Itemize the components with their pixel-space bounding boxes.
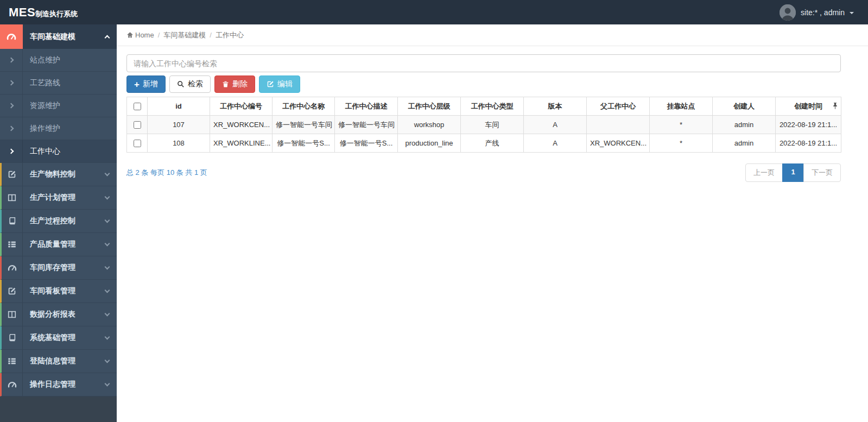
cell-version: A <box>524 134 587 153</box>
delete-button[interactable]: 删除 <box>214 75 255 93</box>
chevron-right-icon <box>0 95 23 117</box>
breadcrumb-separator: / <box>158 31 160 39</box>
logo-sub-text: 制造执行系统 <box>35 9 78 19</box>
add-button[interactable]: + 新增 <box>126 75 166 93</box>
search-button[interactable]: 检索 <box>169 75 211 93</box>
column-header-type[interactable]: 工作中心类型 <box>461 97 524 116</box>
chevron-down-icon <box>104 218 110 223</box>
column-header-created-time[interactable]: 创建时间 <box>776 97 841 116</box>
pencil-icon <box>2 280 23 303</box>
home-icon <box>126 32 134 39</box>
table-row[interactable]: 108 XR_WORKLINE... 修一智能一号S... 修一智能一号S...… <box>127 134 841 153</box>
table-header-row: id 工作中心编号 工作中心名称 工作中心描述 工作中心层级 工作中心类型 版本… <box>127 97 841 116</box>
sidebar-item-operation-log[interactable]: 操作日志管理 <box>0 373 117 396</box>
prev-page-button[interactable]: 上一页 <box>745 163 783 182</box>
pagination: 上一页 1 下一页 <box>745 163 841 182</box>
sidebar-item-inventory-management[interactable]: 车间库存管理 <box>0 256 117 280</box>
row-checkbox[interactable] <box>134 121 141 129</box>
edit-button[interactable]: 编辑 <box>259 75 300 93</box>
column-header-id[interactable]: id <box>148 97 210 116</box>
avatar[interactable] <box>780 4 796 21</box>
sidebar-item-plan-management[interactable]: 生产计划管理 <box>0 186 117 210</box>
column-header-name[interactable]: 工作中心名称 <box>273 97 335 116</box>
table-row[interactable]: 107 XR_WORKCEN... 修一智能一号车间 修一智能一号车间 work… <box>127 116 841 134</box>
chevron-down-icon <box>104 264 110 270</box>
column-header-station[interactable]: 挂靠站点 <box>650 97 713 116</box>
plus-icon: + <box>134 80 140 89</box>
cell-parent: XR_WORKCEN... <box>587 134 650 153</box>
sidebar-item-work-center[interactable]: 工作中心 <box>0 140 117 163</box>
sidebar-item-label: 工艺路线 <box>23 72 117 94</box>
cell-created-time: 2022-08-19 21:1... <box>776 116 841 134</box>
user-label: site:* , admin <box>801 8 845 17</box>
sidebar-item-operation-maintenance[interactable]: 操作维护 <box>0 117 117 140</box>
page-1-button[interactable]: 1 <box>782 163 804 182</box>
book-icon <box>2 326 23 349</box>
chevron-down-icon <box>104 358 110 363</box>
sidebar-item-resource-maintenance[interactable]: 资源维护 <box>0 95 117 117</box>
main-content: Home / 车间基础建模 / 工作中心 + 新增 检索 删除 编辑 <box>117 24 868 422</box>
user-caret-down-icon <box>850 12 854 14</box>
row-select-cell <box>127 134 148 153</box>
chevron-down-icon <box>104 171 110 177</box>
column-header-parent[interactable]: 父工作中心 <box>587 97 650 116</box>
pencil-icon <box>2 163 23 186</box>
sidebar-item-label: 操作维护 <box>23 117 117 140</box>
select-all-header <box>127 97 148 116</box>
cell-id: 107 <box>148 116 210 134</box>
sidebar-item-quality-management[interactable]: 产品质量管理 <box>0 233 117 256</box>
cell-level: production_line <box>398 134 461 153</box>
sidebar-item-login-info[interactable]: 登陆信息管理 <box>0 350 117 373</box>
column-header-code[interactable]: 工作中心编号 <box>210 97 273 116</box>
sidebar-item-board-management[interactable]: 车间看板管理 <box>0 280 117 303</box>
sidebar-item-data-analysis[interactable]: 数据分析报表 <box>0 303 117 326</box>
next-page-button[interactable]: 下一页 <box>803 163 841 182</box>
sidebar-item-label: 工作中心 <box>23 140 117 162</box>
breadcrumb-item-work-center: 工作中心 <box>216 30 244 40</box>
sidebar-item-label: 车间库存管理 <box>23 256 97 279</box>
sidebar-item-site-maintenance[interactable]: 站点维护 <box>0 49 117 72</box>
sidebar-item-system-management[interactable]: 系统基础管理 <box>0 326 117 350</box>
sidebar-item-label: 生产计划管理 <box>23 186 97 209</box>
trash-icon <box>222 80 229 88</box>
user-menu[interactable]: site:* , admin <box>780 4 868 21</box>
sidebar-item-label: 资源维护 <box>23 95 117 117</box>
columns-icon <box>2 186 23 209</box>
pin-icon[interactable] <box>832 102 838 110</box>
toolbar: + 新增 检索 删除 编辑 <box>126 75 841 93</box>
sidebar-item-process-control[interactable]: 生产过程控制 <box>0 210 117 233</box>
chevron-down-icon <box>104 381 110 387</box>
chevron-right-icon <box>0 49 23 71</box>
select-all-checkbox[interactable] <box>134 103 141 110</box>
gauge-icon <box>2 373 23 396</box>
cell-description: 修一智能一号S... <box>335 134 398 153</box>
cell-station: * <box>650 134 713 153</box>
sidebar-item-label: 车间看板管理 <box>23 280 97 303</box>
cell-description: 修一智能一号车间 <box>335 116 398 134</box>
cell-code: XR_WORKCEN... <box>210 116 273 134</box>
sidebar-item-label: 车间基础建模 <box>23 24 97 49</box>
table-footer: 总 2 条 每页 10 条 共 1 页 上一页 1 下一页 <box>126 163 841 182</box>
cell-type: 车间 <box>461 116 524 134</box>
column-header-description[interactable]: 工作中心描述 <box>335 97 398 116</box>
sidebar-item-label: 产品质量管理 <box>23 233 97 256</box>
search-input[interactable] <box>126 54 841 72</box>
row-checkbox[interactable] <box>134 140 141 147</box>
sidebar-item-process-route[interactable]: 工艺路线 <box>0 72 117 95</box>
breadcrumb-home[interactable]: Home <box>126 31 154 39</box>
cell-name: 修一智能一号S... <box>273 134 335 153</box>
cell-type: 产线 <box>461 134 524 153</box>
sidebar-item-workshop-modeling[interactable]: 车间基础建模 <box>0 24 117 49</box>
cell-code: XR_WORKLINE... <box>210 134 273 153</box>
column-header-level[interactable]: 工作中心层级 <box>398 97 461 116</box>
sidebar-item-label: 操作日志管理 <box>23 373 97 396</box>
chevron-down-icon <box>104 311 110 317</box>
pagination-summary: 总 2 条 每页 10 条 共 1 页 <box>126 168 207 178</box>
app-logo: MES制造执行系统 <box>0 5 117 20</box>
breadcrumb-item-workshop-modeling[interactable]: 车间基础建模 <box>163 30 206 40</box>
sidebar-item-material-control[interactable]: 生产物料控制 <box>0 163 117 186</box>
column-header-creator[interactable]: 创建人 <box>713 97 776 116</box>
sidebar: 车间基础建模 站点维护 工艺路线 资源维护 操作维护 工作中心 生产物料控制 生… <box>0 24 117 422</box>
cell-created-time: 2022-08-19 21:1... <box>776 134 841 153</box>
column-header-version[interactable]: 版本 <box>524 97 587 116</box>
